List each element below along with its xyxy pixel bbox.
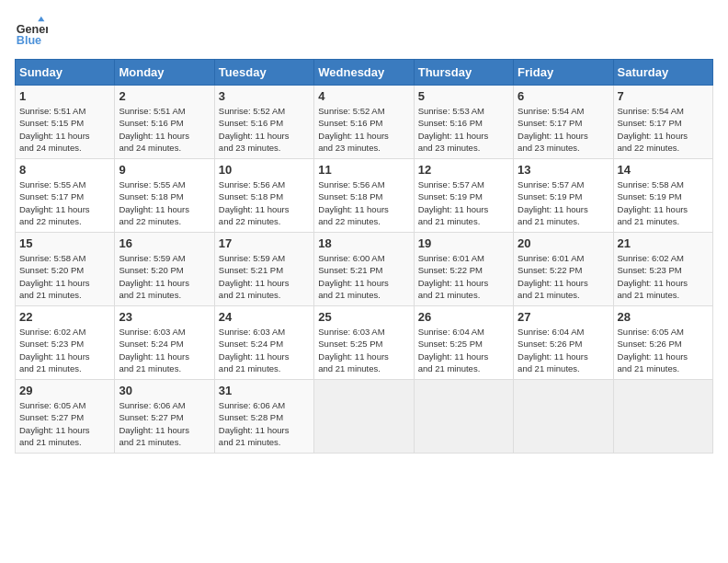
day-number: 3: [219, 89, 310, 103]
day-number: 25: [318, 310, 409, 324]
day-number: 27: [518, 310, 609, 324]
calendar-cell: 3Sunrise: 5:52 AM Sunset: 5:16 PM Daylig…: [214, 86, 313, 159]
day-number: 17: [219, 236, 310, 250]
calendar-cell: 28Sunrise: 6:05 AM Sunset: 5:26 PM Dayli…: [613, 306, 712, 380]
day-info: Sunrise: 5:56 AM Sunset: 5:18 PM Dayligh…: [219, 178, 310, 227]
calendar-cell: 6Sunrise: 5:54 AM Sunset: 5:17 PM Daylig…: [514, 86, 613, 159]
calendar-week-4: 22Sunrise: 6:02 AM Sunset: 5:23 PM Dayli…: [16, 306, 713, 380]
day-number: 26: [418, 310, 509, 324]
day-info: Sunrise: 6:05 AM Sunset: 5:27 PM Dayligh…: [19, 399, 110, 448]
header-sunday: Sunday: [16, 60, 115, 86]
calendar-cell: 11Sunrise: 5:56 AM Sunset: 5:18 PM Dayli…: [314, 159, 414, 233]
calendar-cell: 25Sunrise: 6:03 AM Sunset: 5:25 PM Dayli…: [314, 306, 414, 380]
day-info: Sunrise: 5:52 AM Sunset: 5:16 PM Dayligh…: [219, 105, 310, 154]
day-number: 12: [418, 163, 509, 177]
calendar-cell: 9Sunrise: 5:55 AM Sunset: 5:18 PM Daylig…: [115, 159, 214, 233]
day-number: 11: [318, 163, 409, 177]
day-info: Sunrise: 6:02 AM Sunset: 5:23 PM Dayligh…: [618, 252, 709, 301]
svg-text:Blue: Blue: [17, 34, 41, 47]
day-info: Sunrise: 5:59 AM Sunset: 5:20 PM Dayligh…: [119, 252, 210, 301]
calendar-header-row: SundayMondayTuesdayWednesdayThursdayFrid…: [16, 60, 713, 86]
calendar-week-1: 1Sunrise: 5:51 AM Sunset: 5:15 PM Daylig…: [16, 86, 713, 159]
day-info: Sunrise: 5:58 AM Sunset: 5:20 PM Dayligh…: [19, 252, 110, 301]
calendar-cell: 21Sunrise: 6:02 AM Sunset: 5:23 PM Dayli…: [613, 233, 712, 306]
calendar-cell: 2Sunrise: 5:51 AM Sunset: 5:16 PM Daylig…: [115, 86, 214, 159]
day-info: Sunrise: 6:01 AM Sunset: 5:22 PM Dayligh…: [418, 252, 509, 301]
logo: General Blue: [15, 15, 48, 48]
day-number: 22: [19, 310, 110, 324]
calendar-cell: 18Sunrise: 6:00 AM Sunset: 5:21 PM Dayli…: [314, 233, 414, 306]
day-number: 8: [19, 163, 110, 177]
day-info: Sunrise: 6:05 AM Sunset: 5:26 PM Dayligh…: [618, 326, 709, 374]
day-info: Sunrise: 6:01 AM Sunset: 5:22 PM Dayligh…: [518, 252, 609, 301]
day-info: Sunrise: 5:57 AM Sunset: 5:19 PM Dayligh…: [518, 178, 609, 227]
day-number: 10: [219, 163, 310, 177]
calendar-table: SundayMondayTuesdayWednesdayThursdayFrid…: [15, 59, 713, 454]
day-info: Sunrise: 6:00 AM Sunset: 5:21 PM Dayligh…: [318, 252, 409, 301]
calendar-cell: [613, 380, 712, 454]
day-number: 9: [119, 163, 210, 177]
calendar-cell: 19Sunrise: 6:01 AM Sunset: 5:22 PM Dayli…: [414, 233, 513, 306]
calendar-week-5: 29Sunrise: 6:05 AM Sunset: 5:27 PM Dayli…: [16, 380, 713, 454]
calendar-body: 1Sunrise: 5:51 AM Sunset: 5:15 PM Daylig…: [16, 86, 713, 454]
day-number: 15: [19, 236, 110, 250]
calendar-cell: 29Sunrise: 6:05 AM Sunset: 5:27 PM Dayli…: [16, 380, 115, 454]
calendar-cell: 26Sunrise: 6:04 AM Sunset: 5:25 PM Dayli…: [414, 306, 513, 380]
day-number: 7: [618, 89, 709, 103]
day-info: Sunrise: 5:54 AM Sunset: 5:17 PM Dayligh…: [618, 105, 709, 154]
day-number: 28: [618, 310, 709, 324]
calendar-cell: [514, 380, 613, 454]
day-number: 1: [19, 89, 110, 103]
calendar-cell: 30Sunrise: 6:06 AM Sunset: 5:27 PM Dayli…: [115, 380, 214, 454]
day-number: 13: [518, 163, 609, 177]
day-info: Sunrise: 6:06 AM Sunset: 5:28 PM Dayligh…: [219, 399, 310, 448]
calendar-cell: 4Sunrise: 5:52 AM Sunset: 5:16 PM Daylig…: [314, 86, 414, 159]
logo-icon: General Blue: [15, 15, 48, 48]
calendar-cell: 31Sunrise: 6:06 AM Sunset: 5:28 PM Dayli…: [214, 380, 313, 454]
day-number: 21: [618, 236, 709, 250]
page-header: General Blue: [15, 15, 713, 48]
day-number: 19: [418, 236, 509, 250]
header-saturday: Saturday: [613, 60, 712, 86]
calendar-cell: 23Sunrise: 6:03 AM Sunset: 5:24 PM Dayli…: [115, 306, 214, 380]
calendar-cell: 14Sunrise: 5:58 AM Sunset: 5:19 PM Dayli…: [613, 159, 712, 233]
header-wednesday: Wednesday: [314, 60, 414, 86]
day-info: Sunrise: 6:02 AM Sunset: 5:23 PM Dayligh…: [19, 326, 110, 374]
calendar-week-3: 15Sunrise: 5:58 AM Sunset: 5:20 PM Dayli…: [16, 233, 713, 306]
day-number: 2: [119, 89, 210, 103]
day-number: 18: [318, 236, 409, 250]
day-info: Sunrise: 6:04 AM Sunset: 5:25 PM Dayligh…: [418, 326, 509, 374]
day-number: 29: [19, 384, 110, 397]
header-tuesday: Tuesday: [214, 60, 313, 86]
calendar-week-2: 8Sunrise: 5:55 AM Sunset: 5:17 PM Daylig…: [16, 159, 713, 233]
day-info: Sunrise: 5:53 AM Sunset: 5:16 PM Dayligh…: [418, 105, 509, 154]
day-info: Sunrise: 6:03 AM Sunset: 5:25 PM Dayligh…: [318, 326, 409, 374]
day-info: Sunrise: 5:52 AM Sunset: 5:16 PM Dayligh…: [318, 105, 409, 154]
header-friday: Friday: [514, 60, 613, 86]
calendar-cell: 13Sunrise: 5:57 AM Sunset: 5:19 PM Dayli…: [514, 159, 613, 233]
day-number: 24: [219, 310, 310, 324]
header-monday: Monday: [115, 60, 214, 86]
calendar-cell: 27Sunrise: 6:04 AM Sunset: 5:26 PM Dayli…: [514, 306, 613, 380]
header-thursday: Thursday: [414, 60, 513, 86]
day-number: 14: [618, 163, 709, 177]
day-info: Sunrise: 5:59 AM Sunset: 5:21 PM Dayligh…: [219, 252, 310, 301]
calendar-cell: 7Sunrise: 5:54 AM Sunset: 5:17 PM Daylig…: [613, 86, 712, 159]
day-number: 5: [418, 89, 509, 103]
calendar-cell: [414, 380, 513, 454]
day-number: 4: [318, 89, 409, 103]
day-info: Sunrise: 5:51 AM Sunset: 5:16 PM Dayligh…: [119, 105, 210, 154]
svg-marker-2: [38, 17, 44, 21]
day-info: Sunrise: 5:56 AM Sunset: 5:18 PM Dayligh…: [318, 178, 409, 227]
calendar-cell: 17Sunrise: 5:59 AM Sunset: 5:21 PM Dayli…: [214, 233, 313, 306]
calendar-cell: 22Sunrise: 6:02 AM Sunset: 5:23 PM Dayli…: [16, 306, 115, 380]
calendar-cell: 16Sunrise: 5:59 AM Sunset: 5:20 PM Dayli…: [115, 233, 214, 306]
day-info: Sunrise: 6:04 AM Sunset: 5:26 PM Dayligh…: [518, 326, 609, 374]
day-number: 20: [518, 236, 609, 250]
calendar-cell: 8Sunrise: 5:55 AM Sunset: 5:17 PM Daylig…: [16, 159, 115, 233]
day-info: Sunrise: 5:55 AM Sunset: 5:17 PM Dayligh…: [19, 178, 110, 227]
calendar-cell: [314, 380, 414, 454]
day-info: Sunrise: 5:58 AM Sunset: 5:19 PM Dayligh…: [618, 178, 709, 227]
day-number: 16: [119, 236, 210, 250]
day-info: Sunrise: 6:03 AM Sunset: 5:24 PM Dayligh…: [219, 326, 310, 374]
